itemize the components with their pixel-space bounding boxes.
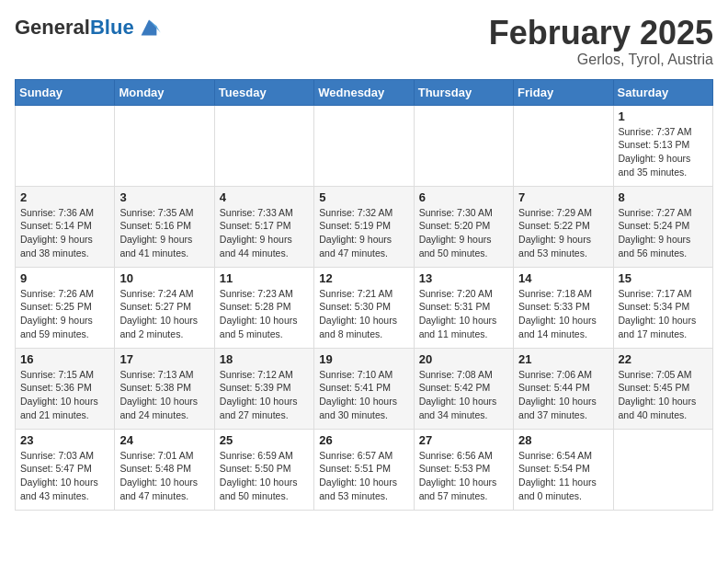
day-cell: 10Sunrise: 7:24 AM Sunset: 5:27 PM Dayli… — [115, 267, 214, 348]
day-cell: 23Sunrise: 7:03 AM Sunset: 5:47 PM Dayli… — [16, 429, 115, 510]
svg-marker-0 — [141, 20, 156, 36]
day-info: Sunrise: 6:54 AM Sunset: 5:54 PM Dayligh… — [518, 449, 608, 503]
day-info: Sunrise: 7:03 AM Sunset: 5:47 PM Dayligh… — [20, 449, 109, 503]
day-cell: 9Sunrise: 7:26 AM Sunset: 5:25 PM Daylig… — [16, 267, 115, 348]
day-number: 1 — [619, 109, 708, 123]
day-cell: 17Sunrise: 7:13 AM Sunset: 5:38 PM Dayli… — [115, 348, 214, 429]
day-number: 11 — [220, 271, 309, 285]
day-cell: 13Sunrise: 7:20 AM Sunset: 5:31 PM Dayli… — [414, 267, 513, 348]
day-number: 20 — [419, 352, 508, 366]
day-number: 24 — [119, 433, 209, 447]
day-cell — [314, 105, 414, 186]
title-block: February 2025 Gerlos, Tyrol, Austria — [489, 15, 713, 68]
day-cell — [414, 105, 513, 186]
weekday-header-monday: Monday — [115, 79, 214, 105]
day-info: Sunrise: 7:24 AM Sunset: 5:27 PM Dayligh… — [119, 287, 209, 341]
day-info: Sunrise: 7:29 AM Sunset: 5:22 PM Dayligh… — [518, 206, 608, 260]
day-info: Sunrise: 7:06 AM Sunset: 5:44 PM Dayligh… — [518, 368, 608, 422]
day-info: Sunrise: 7:30 AM Sunset: 5:20 PM Dayligh… — [419, 206, 508, 260]
week-row-5: 23Sunrise: 7:03 AM Sunset: 5:47 PM Dayli… — [16, 429, 713, 510]
day-cell: 15Sunrise: 7:17 AM Sunset: 5:34 PM Dayli… — [613, 267, 712, 348]
day-cell: 22Sunrise: 7:05 AM Sunset: 5:45 PM Dayli… — [613, 348, 712, 429]
day-number: 18 — [220, 352, 309, 366]
day-info: Sunrise: 7:17 AM Sunset: 5:34 PM Dayligh… — [619, 287, 708, 341]
day-info: Sunrise: 6:56 AM Sunset: 5:53 PM Dayligh… — [419, 449, 508, 503]
day-cell: 6Sunrise: 7:30 AM Sunset: 5:20 PM Daylig… — [414, 186, 513, 267]
logo-blue: Blue — [90, 16, 134, 39]
weekday-header-thursday: Thursday — [414, 79, 513, 105]
day-number: 27 — [419, 433, 508, 447]
week-row-1: 1Sunrise: 7:37 AM Sunset: 5:13 PM Daylig… — [16, 105, 713, 186]
day-number: 17 — [119, 352, 209, 366]
month-title: February 2025 — [489, 15, 713, 52]
logo-general: General — [15, 16, 90, 39]
day-cell — [514, 105, 613, 186]
day-info: Sunrise: 7:13 AM Sunset: 5:38 PM Dayligh… — [119, 368, 209, 422]
weekday-header-tuesday: Tuesday — [214, 79, 313, 105]
day-info: Sunrise: 7:37 AM Sunset: 5:13 PM Dayligh… — [619, 125, 708, 179]
day-info: Sunrise: 7:36 AM Sunset: 5:14 PM Dayligh… — [20, 206, 109, 260]
day-info: Sunrise: 7:32 AM Sunset: 5:19 PM Dayligh… — [319, 206, 408, 260]
day-number: 28 — [518, 433, 608, 447]
day-cell: 1Sunrise: 7:37 AM Sunset: 5:13 PM Daylig… — [613, 105, 712, 186]
day-cell: 18Sunrise: 7:12 AM Sunset: 5:39 PM Dayli… — [214, 348, 313, 429]
day-info: Sunrise: 7:20 AM Sunset: 5:31 PM Dayligh… — [419, 287, 508, 341]
day-number: 12 — [319, 271, 408, 285]
day-cell: 14Sunrise: 7:18 AM Sunset: 5:33 PM Dayli… — [514, 267, 613, 348]
day-number: 2 — [20, 190, 109, 204]
calendar-table: SundayMondayTuesdayWednesdayThursdayFrid… — [15, 79, 713, 511]
day-cell: 26Sunrise: 6:57 AM Sunset: 5:51 PM Dayli… — [314, 429, 414, 510]
week-row-2: 2Sunrise: 7:36 AM Sunset: 5:14 PM Daylig… — [16, 186, 713, 267]
day-cell: 2Sunrise: 7:36 AM Sunset: 5:14 PM Daylig… — [16, 186, 115, 267]
day-cell: 12Sunrise: 7:21 AM Sunset: 5:30 PM Dayli… — [314, 267, 414, 348]
day-info: Sunrise: 7:21 AM Sunset: 5:30 PM Dayligh… — [319, 287, 408, 341]
day-number: 7 — [518, 190, 608, 204]
day-cell — [16, 105, 115, 186]
day-number: 13 — [419, 271, 508, 285]
day-number: 10 — [119, 271, 209, 285]
day-cell: 7Sunrise: 7:29 AM Sunset: 5:22 PM Daylig… — [514, 186, 613, 267]
day-cell: 4Sunrise: 7:33 AM Sunset: 5:17 PM Daylig… — [214, 186, 313, 267]
day-cell: 19Sunrise: 7:10 AM Sunset: 5:41 PM Dayli… — [314, 348, 414, 429]
day-number: 4 — [220, 190, 309, 204]
location: Gerlos, Tyrol, Austria — [489, 52, 713, 68]
day-info: Sunrise: 7:35 AM Sunset: 5:16 PM Dayligh… — [119, 206, 209, 260]
day-cell: 3Sunrise: 7:35 AM Sunset: 5:16 PM Daylig… — [115, 186, 214, 267]
day-cell: 20Sunrise: 7:08 AM Sunset: 5:42 PM Dayli… — [414, 348, 513, 429]
day-info: Sunrise: 7:26 AM Sunset: 5:25 PM Dayligh… — [20, 287, 109, 341]
day-cell: 5Sunrise: 7:32 AM Sunset: 5:19 PM Daylig… — [314, 186, 414, 267]
day-info: Sunrise: 7:18 AM Sunset: 5:33 PM Dayligh… — [518, 287, 608, 341]
weekday-header-row: SundayMondayTuesdayWednesdayThursdayFrid… — [16, 79, 713, 105]
day-number: 8 — [619, 190, 708, 204]
day-cell — [613, 429, 712, 510]
logo-icon — [136, 15, 162, 40]
day-number: 21 — [518, 352, 608, 366]
day-number: 25 — [220, 433, 309, 447]
week-row-4: 16Sunrise: 7:15 AM Sunset: 5:36 PM Dayli… — [16, 348, 713, 429]
week-row-3: 9Sunrise: 7:26 AM Sunset: 5:25 PM Daylig… — [16, 267, 713, 348]
day-number: 15 — [619, 271, 708, 285]
day-number: 26 — [319, 433, 408, 447]
day-number: 23 — [20, 433, 109, 447]
day-cell: 24Sunrise: 7:01 AM Sunset: 5:48 PM Dayli… — [115, 429, 214, 510]
day-number: 9 — [20, 271, 109, 285]
day-cell: 16Sunrise: 7:15 AM Sunset: 5:36 PM Dayli… — [16, 348, 115, 429]
day-cell: 27Sunrise: 6:56 AM Sunset: 5:53 PM Dayli… — [414, 429, 513, 510]
day-info: Sunrise: 7:33 AM Sunset: 5:17 PM Dayligh… — [220, 206, 309, 260]
day-info: Sunrise: 6:59 AM Sunset: 5:50 PM Dayligh… — [220, 449, 309, 503]
day-info: Sunrise: 7:12 AM Sunset: 5:39 PM Dayligh… — [220, 368, 309, 422]
day-cell: 25Sunrise: 6:59 AM Sunset: 5:50 PM Dayli… — [214, 429, 313, 510]
day-number: 6 — [419, 190, 508, 204]
day-number: 14 — [518, 271, 608, 285]
day-info: Sunrise: 7:10 AM Sunset: 5:41 PM Dayligh… — [319, 368, 408, 422]
day-number: 5 — [319, 190, 408, 204]
day-cell: 28Sunrise: 6:54 AM Sunset: 5:54 PM Dayli… — [514, 429, 613, 510]
day-cell: 11Sunrise: 7:23 AM Sunset: 5:28 PM Dayli… — [214, 267, 313, 348]
weekday-header-saturday: Saturday — [613, 79, 712, 105]
logo: GeneralBlue — [15, 15, 162, 40]
day-cell: 21Sunrise: 7:06 AM Sunset: 5:44 PM Dayli… — [514, 348, 613, 429]
day-info: Sunrise: 7:15 AM Sunset: 5:36 PM Dayligh… — [20, 368, 109, 422]
day-info: Sunrise: 7:27 AM Sunset: 5:24 PM Dayligh… — [619, 206, 708, 260]
day-cell — [115, 105, 214, 186]
day-info: Sunrise: 7:05 AM Sunset: 5:45 PM Dayligh… — [619, 368, 708, 422]
